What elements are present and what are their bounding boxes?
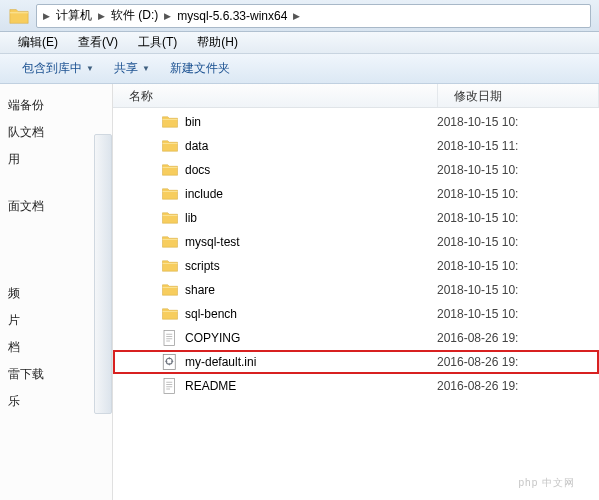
file-name: README [185, 379, 437, 393]
file-row[interactable]: lib2018-10-15 10: [113, 206, 599, 230]
file-name: my-default.ini [185, 355, 437, 369]
column-header-name[interactable]: 名称 [113, 84, 438, 107]
nav-gap [0, 240, 106, 260]
file-icon [161, 329, 179, 347]
file-name: include [185, 187, 437, 201]
toolbar-label: 包含到库中 [22, 60, 82, 77]
folder-icon [161, 305, 179, 323]
nav-gap [0, 220, 106, 240]
file-date: 2018-10-15 10: [437, 115, 518, 129]
sidebar-item[interactable]: 雷下载 [0, 361, 106, 388]
toolbar-label: 共享 [114, 60, 138, 77]
folder-icon [161, 161, 179, 179]
file-row[interactable]: bin2018-10-15 10: [113, 110, 599, 134]
sidebar-item[interactable]: 队文档 [0, 119, 106, 146]
file-date: 2016-08-26 19: [437, 355, 518, 369]
column-headers: 名称 修改日期 [113, 84, 599, 108]
folder-icon [8, 5, 30, 27]
sidebar-item[interactable]: 用 [0, 146, 106, 173]
nav-gap [0, 260, 106, 280]
file-row[interactable]: sql-bench2018-10-15 10: [113, 302, 599, 326]
file-name: COPYING [185, 331, 437, 345]
sidebar-item[interactable]: 端备份 [0, 92, 106, 119]
menu-view[interactable]: 查看(V) [68, 32, 128, 53]
file-row[interactable]: share2018-10-15 10: [113, 278, 599, 302]
file-row[interactable]: COPYING2016-08-26 19: [113, 326, 599, 350]
folder-icon [161, 233, 179, 251]
chevron-right-icon: ▶ [291, 11, 302, 21]
file-row[interactable]: scripts2018-10-15 10: [113, 254, 599, 278]
menu-edit[interactable]: 编辑(E) [8, 32, 68, 53]
file-row[interactable]: my-default.ini2016-08-26 19: [113, 350, 599, 374]
file-row[interactable]: README2016-08-26 19: [113, 374, 599, 398]
breadcrumb-item[interactable]: mysql-5.6.33-winx64 [173, 9, 291, 23]
folder-icon [161, 281, 179, 299]
toolbar: 包含到库中 ▼ 共享 ▼ 新建文件夹 [0, 54, 599, 84]
file-date: 2018-10-15 10: [437, 187, 518, 201]
splitter[interactable] [94, 84, 112, 500]
chevron-right-icon: ▶ [96, 11, 107, 21]
file-name: scripts [185, 259, 437, 273]
content-area: 端备份队文档用面文档频片档雷下载乐 名称 修改日期 bin2018-10-15 … [0, 84, 599, 500]
file-name: sql-bench [185, 307, 437, 321]
nav-gap [0, 173, 106, 193]
file-row[interactable]: docs2018-10-15 10: [113, 158, 599, 182]
breadcrumb[interactable]: ▶ 计算机 ▶ 软件 (D:) ▶ mysql-5.6.33-winx64 ▶ [36, 4, 591, 28]
breadcrumb-item[interactable]: 计算机 [52, 7, 96, 24]
sidebar-item[interactable]: 片 [0, 307, 106, 334]
file-date: 2018-10-15 10: [437, 163, 518, 177]
folder-icon [161, 209, 179, 227]
file-date: 2016-08-26 19: [437, 379, 518, 393]
sidebar-item[interactable]: 频 [0, 280, 106, 307]
folder-icon [161, 185, 179, 203]
file-date: 2016-08-26 19: [437, 331, 518, 345]
file-date: 2018-10-15 10: [437, 211, 518, 225]
sidebar-item[interactable]: 档 [0, 334, 106, 361]
svg-rect-0 [164, 331, 175, 346]
chevron-down-icon: ▼ [142, 64, 150, 73]
file-date: 2018-10-15 10: [437, 259, 518, 273]
file-icon [161, 377, 179, 395]
file-list-pane: 名称 修改日期 bin2018-10-15 10:data2018-10-15 … [113, 84, 599, 500]
folder-icon [161, 257, 179, 275]
file-name: mysql-test [185, 235, 437, 249]
share-button[interactable]: 共享 ▼ [104, 56, 160, 81]
chevron-down-icon: ▼ [86, 64, 94, 73]
menu-help[interactable]: 帮助(H) [187, 32, 248, 53]
file-name: share [185, 283, 437, 297]
file-row[interactable]: include2018-10-15 10: [113, 182, 599, 206]
file-date: 2018-10-15 10: [437, 283, 518, 297]
file-date: 2018-10-15 11: [437, 139, 518, 153]
sidebar-item[interactable]: 乐 [0, 388, 106, 415]
new-folder-button[interactable]: 新建文件夹 [160, 56, 240, 81]
menu-tools[interactable]: 工具(T) [128, 32, 187, 53]
folder-icon [161, 113, 179, 131]
sidebar-item[interactable]: 面文档 [0, 193, 106, 220]
file-name: lib [185, 211, 437, 225]
navigation-pane: 端备份队文档用面文档频片档雷下载乐 [0, 84, 113, 500]
file-name: docs [185, 163, 437, 177]
chevron-right-icon: ▶ [41, 11, 52, 21]
file-name: bin [185, 115, 437, 129]
column-header-modified[interactable]: 修改日期 [438, 84, 599, 107]
svg-rect-3 [164, 379, 175, 394]
address-bar: ▶ 计算机 ▶ 软件 (D:) ▶ mysql-5.6.33-winx64 ▶ [0, 0, 599, 32]
settings-file-icon [161, 353, 179, 371]
file-row[interactable]: mysql-test2018-10-15 10: [113, 230, 599, 254]
folder-icon [161, 137, 179, 155]
chevron-right-icon: ▶ [162, 11, 173, 21]
include-in-library-button[interactable]: 包含到库中 ▼ [12, 56, 104, 81]
menu-bar: 编辑(E) 查看(V) 工具(T) 帮助(H) [0, 32, 599, 54]
file-date: 2018-10-15 10: [437, 235, 518, 249]
toolbar-label: 新建文件夹 [170, 60, 230, 77]
file-row[interactable]: data2018-10-15 11: [113, 134, 599, 158]
breadcrumb-item[interactable]: 软件 (D:) [107, 7, 162, 24]
file-date: 2018-10-15 10: [437, 307, 518, 321]
file-name: data [185, 139, 437, 153]
